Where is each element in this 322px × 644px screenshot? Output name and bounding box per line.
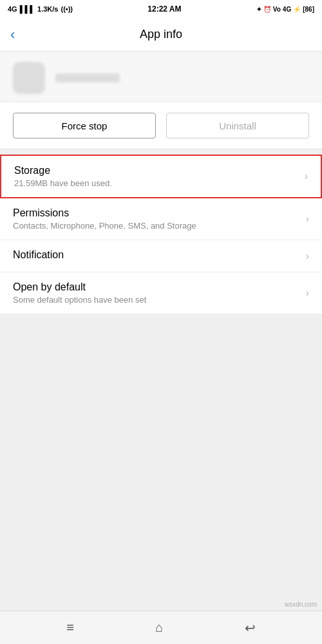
- settings-item-content: Storage21.59MB have been used.: [14, 165, 299, 188]
- settings-item-title: Permissions: [13, 207, 301, 219]
- status-left: 4G ▌▌▌ 1.3K/s ((•)): [8, 5, 73, 13]
- settings-item-content: Open by defaultSome default options have…: [13, 281, 301, 305]
- settings-item-subtitle: 21.59MB have been used.: [14, 178, 299, 188]
- chevron-right-icon: ›: [306, 287, 309, 299]
- uninstall-button[interactable]: Uninstall: [166, 113, 309, 138]
- watermark: wsxdn.com: [285, 601, 317, 608]
- settings-item-open-by-default[interactable]: Open by defaultSome default options have…: [0, 272, 322, 314]
- chevron-right-icon: ›: [306, 213, 309, 225]
- main-content: Force stop Uninstall Storage21.59MB have…: [0, 102, 322, 348]
- bottom-nav: ≡ ⌂ ↩: [0, 611, 322, 644]
- network-label: 4G: [8, 5, 17, 13]
- settings-item-subtitle: Some default options have been set: [13, 295, 301, 305]
- charging-icon: ⚡: [293, 6, 301, 13]
- status-bar: 4G ▌▌▌ 1.3K/s ((•)) 12:22 AM ✦ ⏰ Vo 4G ⚡…: [0, 0, 322, 18]
- settings-item-content: PermissionsContacts, Microphone, Phone, …: [13, 207, 301, 231]
- status-time: 12:22 AM: [147, 5, 181, 14]
- settings-item-notification[interactable]: Notification›: [0, 240, 322, 272]
- app-header: [0, 52, 322, 102]
- signal-bars: ▌▌▌: [20, 5, 35, 13]
- battery-label: [86]: [303, 6, 314, 13]
- back-nav-icon[interactable]: ↩: [245, 620, 256, 636]
- radio-icon: ((•)): [61, 5, 73, 13]
- status-right: ✦ ⏰ Vo 4G ⚡ [86]: [256, 6, 314, 13]
- back-button[interactable]: ‹: [10, 25, 20, 44]
- settings-item-subtitle: Contacts, Microphone, Phone, SMS, and St…: [13, 221, 301, 231]
- settings-item-content: Notification: [13, 249, 301, 263]
- menu-icon[interactable]: ≡: [66, 620, 74, 635]
- app-name-placeholder: [55, 73, 120, 82]
- action-buttons-row: Force stop Uninstall: [0, 102, 322, 149]
- chevron-right-icon: ›: [305, 171, 308, 182]
- speed-label: 1.3K/s: [37, 5, 58, 13]
- force-stop-button[interactable]: Force stop: [13, 113, 156, 138]
- chevron-right-icon: ›: [306, 251, 309, 262]
- lte-icon: 4G: [283, 6, 291, 13]
- home-icon[interactable]: ⌂: [155, 620, 163, 635]
- settings-item-title: Open by default: [13, 281, 301, 293]
- bluetooth-icon: ✦: [256, 6, 261, 13]
- settings-item-title: Notification: [13, 249, 301, 261]
- page-title: App info: [140, 28, 182, 41]
- alarm-icon: ⏰: [263, 6, 271, 13]
- settings-list: Storage21.59MB have been used.›Permissio…: [0, 155, 322, 314]
- volte-icon: Vo: [273, 6, 281, 13]
- app-icon: [13, 62, 45, 94]
- settings-item-title: Storage: [14, 165, 299, 176]
- nav-bar: ‹ App info: [0, 18, 322, 52]
- settings-item-storage[interactable]: Storage21.59MB have been used.›: [0, 155, 322, 198]
- settings-item-permissions[interactable]: PermissionsContacts, Microphone, Phone, …: [0, 198, 322, 240]
